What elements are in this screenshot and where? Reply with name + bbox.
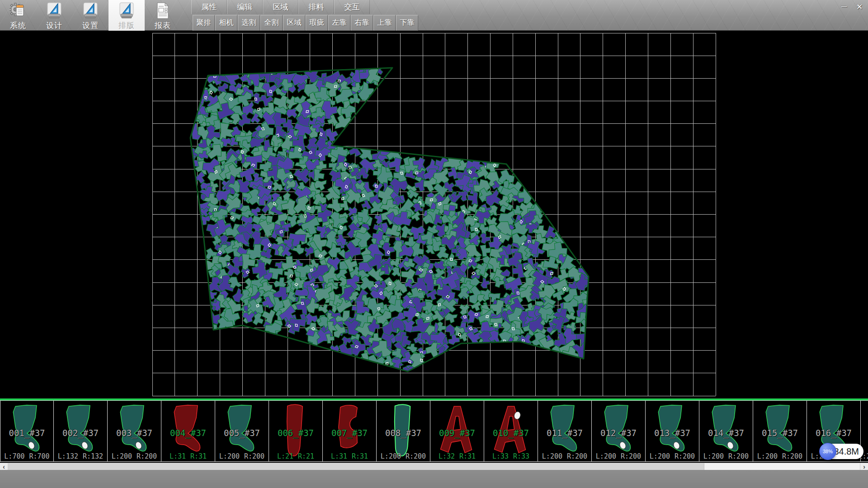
- menu1-button-4[interactable]: 排料: [298, 0, 334, 14]
- piece-name: 002_#37: [54, 428, 107, 438]
- piece-lr-values: L:32R:31: [430, 452, 484, 460]
- nesting-canvas[interactable]: [0, 31, 868, 399]
- menu1-button-2[interactable]: 编辑: [227, 0, 263, 14]
- piece-thumbnail-001_#37[interactable]: 001_#37L:700R:700: [0, 400, 54, 462]
- piece-thumbnail-009_#37[interactable]: 009_#37L:32R:31: [430, 400, 484, 462]
- piece-thumbnail-008_#37[interactable]: 008_#37L:200R:200: [377, 400, 430, 462]
- memory-badge: 384.8M 38%: [819, 443, 863, 460]
- piece-name: 004_#37: [161, 428, 215, 438]
- main-button-label: 设置: [82, 20, 99, 31]
- main-button-label: 系统: [10, 20, 26, 31]
- set-square-icon: [82, 2, 99, 20]
- piece-lr-values: L:33R:33: [484, 452, 538, 460]
- piece-lr-values: L:700R:700: [0, 452, 53, 460]
- piece-thumbnail-002_#37[interactable]: 002_#37L:132R:132: [54, 400, 108, 462]
- menu-row-2: 聚排相机选割全割区域瑕疵左靠右靠上靠下靠: [193, 15, 419, 31]
- menu2-button-5[interactable]: 区域: [283, 15, 305, 31]
- piece-lr-values: L:200R:200: [592, 452, 645, 460]
- piece-name: 001_#37: [0, 428, 53, 438]
- piece-name: 012_#37: [592, 428, 645, 438]
- piece-thumbnail-012_#37[interactable]: 012_#37L:200R:200: [592, 400, 646, 462]
- piece-thumbnail-015_#37[interactable]: 015_#37L:200R:200: [753, 400, 807, 462]
- piece-lr-values: L:200R:200: [108, 452, 161, 460]
- close-button[interactable]: ✕: [854, 1, 865, 13]
- piece-lr-values: L:200R:200: [377, 452, 430, 460]
- piece-thumbnail-013_#37[interactable]: 013_#37L:200R:200: [646, 400, 699, 462]
- minimize-button[interactable]: ─: [838, 1, 850, 13]
- piece-thumbnail-011_#37[interactable]: 011_#37L:200R:200: [538, 400, 592, 462]
- window-controls: ─ ✕: [838, 1, 865, 13]
- scroll-right-button[interactable]: ›: [860, 463, 868, 470]
- piece-name: 013_#37: [646, 428, 699, 438]
- menu2-button-9[interactable]: 上靠: [373, 15, 396, 31]
- menu2-button-8[interactable]: 右靠: [351, 15, 373, 31]
- main-button-1[interactable]: 系统: [0, 0, 36, 31]
- set-square-icon: [118, 2, 135, 20]
- main-button-row: 系统 设计 设置 排版: [0, 0, 181, 31]
- main-button-4[interactable]: 排版: [108, 0, 145, 31]
- main-button-label: 设计: [46, 20, 62, 31]
- piece-name: 007_#37: [323, 428, 376, 438]
- gear-doc-icon: [9, 2, 27, 20]
- piece-name: 010_#37: [484, 428, 538, 438]
- piece-lr-values: L:200R:200: [646, 452, 699, 460]
- piece-lr-values: L:200R:200: [538, 452, 591, 460]
- piece-lr-values: L:200R:200: [699, 452, 753, 460]
- piece-name: 009_#37: [430, 428, 484, 438]
- scroll-left-button[interactable]: ‹: [0, 463, 8, 470]
- menu2-button-2[interactable]: 相机: [215, 15, 237, 31]
- set-square-icon: [46, 2, 63, 20]
- menu1-button-5[interactable]: 交互: [334, 0, 370, 14]
- piece-name: 005_#37: [215, 428, 269, 438]
- main-button-3[interactable]: 设置: [72, 0, 108, 31]
- piece-thumbnail-003_#37[interactable]: 003_#37L:200R:200: [108, 400, 161, 462]
- menu2-button-10[interactable]: 下靠: [396, 15, 418, 31]
- piece-thumbnail-010_#37[interactable]: 010_#37L:33R:33: [484, 400, 538, 462]
- piece-name: 008_#37: [377, 428, 430, 438]
- piece-name: 014_#37: [699, 428, 753, 438]
- piece-lr-values: L:31R:31: [161, 452, 215, 460]
- main-button-5[interactable]: 报表: [145, 0, 181, 31]
- piece-name: 016_#37: [807, 428, 860, 438]
- horizontal-scrollbar[interactable]: ‹ ›: [0, 463, 868, 470]
- piece-lr-values: L:132R:132: [54, 452, 107, 460]
- main-button-label: 报表: [155, 20, 171, 31]
- progress-circle: 38%: [819, 443, 836, 460]
- menu2-button-3[interactable]: 选割: [238, 15, 260, 31]
- piece-lr-values: L:200R:200: [753, 452, 807, 460]
- menu1-button-1[interactable]: 属性: [191, 0, 227, 14]
- piece-thumbnail-005_#37[interactable]: 005_#37L:200R:200: [215, 400, 269, 462]
- piece-name: 015_#37: [753, 428, 807, 438]
- scrollbar-thumb[interactable]: [8, 463, 704, 470]
- piece-lr-values: L:31R:31: [323, 452, 376, 460]
- menu-row-1: 属性编辑区域排料交互: [191, 0, 370, 14]
- report-doc-icon: [154, 2, 171, 20]
- menu1-button-3[interactable]: 区域: [263, 0, 298, 14]
- piece-thumbnail-007_#37[interactable]: 007_#37L:31R:31: [323, 400, 377, 462]
- progress-percent: 38%: [823, 449, 833, 454]
- menu2-button-7[interactable]: 左靠: [328, 15, 350, 31]
- nesting-scene: [0, 31, 868, 399]
- piece-name: 003_#37: [108, 428, 161, 438]
- toolbar: 系统 设计 设置 排版: [0, 0, 868, 31]
- menu2-button-4[interactable]: 全割: [260, 15, 283, 31]
- piece-filmstrip: 001_#37L:700R:700002_#37L:132R:132003_#3…: [0, 400, 868, 462]
- piece-thumbnail-006_#37[interactable]: 006_#37L:21R:21: [269, 400, 323, 462]
- app-window: 系统 设计 设置 排版: [0, 0, 868, 488]
- piece-thumbnail-004_#37[interactable]: 004_#37L:31R:31: [161, 400, 215, 462]
- main-button-label: 排版: [118, 20, 135, 31]
- piece-name: 011_#37: [538, 428, 591, 438]
- status-bar: [0, 470, 868, 488]
- piece-lr-values: L:200R:200: [215, 452, 269, 460]
- piece-lr-values: L:21R:21: [269, 452, 322, 460]
- menu2-button-6[interactable]: 瑕疵: [306, 15, 328, 31]
- piece-name: 006_#37: [269, 428, 322, 438]
- piece-thumbnail-014_#37[interactable]: 014_#37L:200R:200: [699, 400, 753, 462]
- menu2-button-1[interactable]: 聚排: [193, 15, 215, 31]
- main-button-2[interactable]: 设计: [36, 0, 72, 31]
